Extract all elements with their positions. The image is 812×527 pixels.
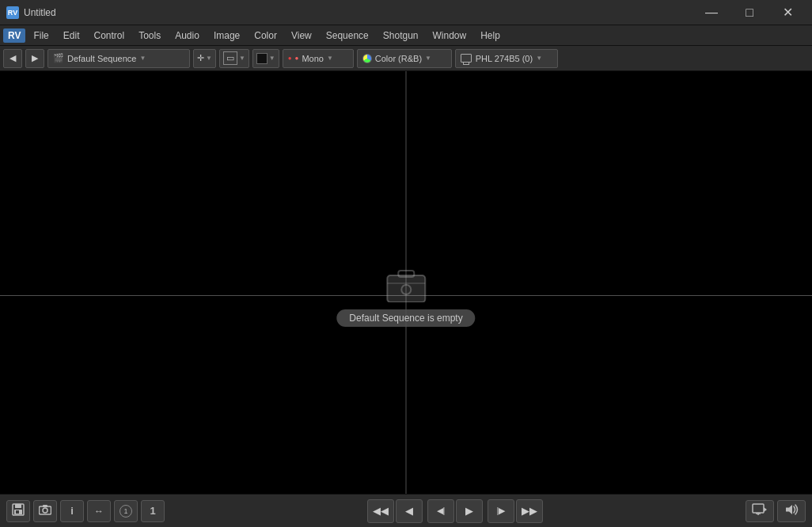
svg-rect-11 (753, 504, 764, 513)
color-mode-chevron-icon: ▼ (425, 55, 431, 62)
phl-label: PHL 274B5 (0) (476, 54, 533, 63)
color-mode-label: Color (R&B) (375, 54, 422, 63)
play-reverse-button[interactable]: ◀ (396, 499, 423, 523)
titlebar-left: RV Untitled (6, 6, 56, 19)
output-icon (752, 503, 768, 518)
phl-chevron-icon: ▼ (536, 55, 542, 62)
frame-mode-dropdown[interactable]: ▭ ▼ (219, 49, 249, 68)
color-circle-icon (362, 54, 372, 63)
rewind-button[interactable]: ◀◀ (367, 499, 394, 523)
info-icon: i (70, 505, 74, 517)
next-frame-icon: |▶ (497, 506, 506, 516)
volume-button[interactable] (777, 500, 806, 522)
menubar: RV File Edit Control Tools Audio Image C… (0, 25, 812, 46)
close-button[interactable]: ✕ (769, 0, 806, 25)
num-icon: 1 (150, 505, 155, 517)
menu-item-edit[interactable]: Edit (57, 28, 86, 43)
film-icon: 🎬 (53, 53, 64, 63)
frame-chevron-icon: ▼ (239, 55, 245, 62)
loop-button[interactable]: ↔ (87, 500, 111, 522)
mono-dropdown[interactable]: ● ● Mono ▼ (283, 49, 354, 68)
mono-dot1-icon: ● (288, 55, 292, 62)
bottom-left-controls: i ↔ 1 1 (6, 500, 165, 522)
prev-frame-button[interactable]: ◀| (427, 499, 454, 523)
next-frame-button[interactable]: |▶ (488, 499, 514, 523)
maximize-button[interactable]: □ (731, 0, 768, 25)
forward-button[interactable]: ▶ (25, 49, 44, 68)
play-reverse-icon: ◀ (405, 505, 413, 517)
menu-item-shotgun[interactable]: Shotgun (377, 28, 425, 43)
forward-group: |▶ ▶▶ (488, 499, 543, 523)
volume-icon (784, 503, 799, 518)
menu-item-file[interactable]: File (27, 28, 55, 43)
svg-rect-0 (387, 275, 425, 302)
menu-item-image[interactable]: Image (207, 28, 246, 43)
fast-forward-button[interactable]: ▶▶ (516, 499, 543, 523)
screenshot-button[interactable] (33, 500, 57, 522)
play-button[interactable]: ▶ (456, 499, 483, 523)
monitor-icon (461, 54, 472, 63)
transport-controls: ◀◀ ◀ ◀| ▶ |▶ ▶▶ (367, 499, 543, 523)
fast-forward-icon: ▶▶ (522, 505, 537, 517)
loop-icon: ↔ (94, 506, 104, 517)
info-button[interactable]: i (60, 500, 84, 522)
crosshair-icon: ✛ (197, 53, 204, 63)
menu-item-window[interactable]: Window (427, 28, 473, 43)
camera-icon (39, 504, 51, 518)
play-icon: ▶ (465, 505, 473, 517)
sequence-empty-icon (382, 264, 430, 303)
menu-item-view[interactable]: View (285, 28, 318, 43)
color-square-dropdown[interactable]: ▼ (252, 49, 279, 68)
toolbar: ◀ ▶ 🎬 Default Sequence ▼ ✛ ▼ ▭ ▼ ▼ ● ● M… (0, 46, 812, 71)
viewport[interactable]: Default Sequence is empty (0, 71, 812, 494)
svg-rect-10 (43, 505, 47, 507)
menu-item-audio[interactable]: Audio (169, 28, 206, 43)
menu-item-tools[interactable]: Tools (132, 28, 167, 43)
one-button[interactable]: 1 (114, 500, 138, 522)
save-button[interactable] (6, 500, 30, 522)
one-icon: 1 (120, 505, 132, 518)
prev-frame-icon: ◀| (437, 506, 446, 516)
mono-chevron-icon: ▼ (327, 55, 333, 62)
empty-sequence-badge: Default Sequence is empty (336, 264, 475, 327)
bottombar: i ↔ 1 1 ◀◀ ◀ ◀| ▶ (0, 494, 812, 527)
app-title: Untitled (24, 7, 56, 18)
sequence-dropdown[interactable]: 🎬 Default Sequence ▼ (47, 49, 190, 68)
menu-item-rv[interactable]: RV (3, 28, 25, 43)
color-square-chevron-icon: ▼ (269, 55, 275, 62)
rewind-group: ◀◀ ◀ (367, 499, 423, 523)
back-button[interactable]: ◀ (3, 49, 22, 68)
tool-chevron-icon: ▼ (206, 55, 212, 62)
frame-icon: ▭ (223, 51, 237, 65)
sequence-chevron-icon: ▼ (139, 55, 146, 62)
window-controls: — □ ✕ (693, 0, 806, 25)
svg-rect-7 (16, 510, 19, 514)
output-button[interactable] (746, 500, 774, 522)
save-icon (12, 503, 25, 518)
mono-label: Mono (302, 54, 324, 63)
black-square-icon (256, 53, 268, 64)
num-button[interactable]: 1 (141, 500, 165, 522)
rewind-icon: ◀◀ (373, 505, 389, 517)
empty-sequence-label: Default Sequence is empty (336, 309, 475, 327)
mono-dot2-icon: ● (295, 55, 299, 62)
svg-rect-5 (15, 504, 21, 508)
menu-item-color[interactable]: Color (248, 28, 283, 43)
phl-dropdown[interactable]: PHL 274B5 (0) ▼ (455, 49, 558, 68)
sequence-label: Default Sequence (67, 54, 136, 63)
titlebar: RV Untitled — □ ✕ (0, 0, 812, 25)
svg-point-9 (43, 508, 47, 513)
menu-item-control[interactable]: Control (87, 28, 131, 43)
color-mode-dropdown[interactable]: Color (R&B) ▼ (357, 49, 452, 68)
app-icon: RV (6, 6, 19, 19)
bottom-right-controls (746, 500, 806, 522)
tool-select-button[interactable]: ✛ ▼ (193, 49, 216, 68)
minimize-button[interactable]: — (693, 0, 730, 25)
menu-item-sequence[interactable]: Sequence (320, 28, 375, 43)
frame-nav-group: ◀| ▶ (427, 499, 483, 523)
menu-item-help[interactable]: Help (474, 28, 507, 43)
